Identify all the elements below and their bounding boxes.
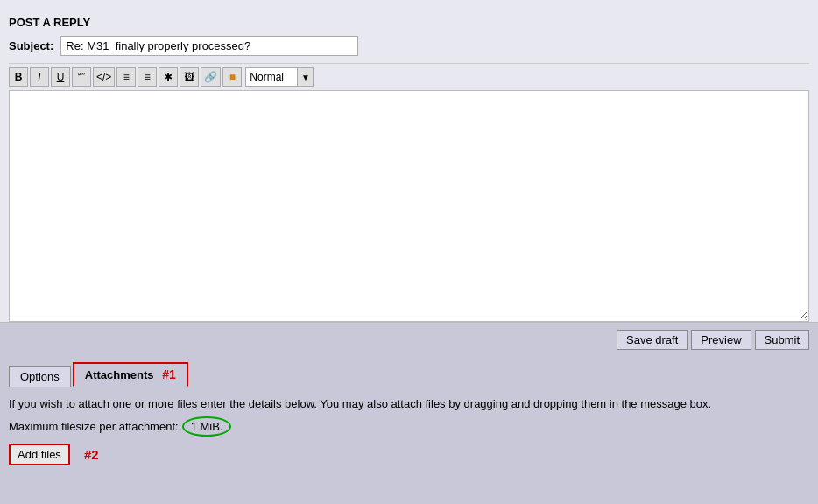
special-button[interactable]: ✱ <box>159 67 178 87</box>
max-size-row: Maximum filesize per attachment: 1 MiB. <box>9 416 809 437</box>
save-draft-button[interactable]: Save draft <box>617 330 688 350</box>
format-label[interactable]: Normal <box>245 67 298 87</box>
subject-label: Subject: <box>9 39 53 52</box>
image-button[interactable]: 🖼 <box>180 67 199 87</box>
list-ordered-button[interactable]: ≡ <box>116 67 136 87</box>
tab-options[interactable]: Options <box>9 366 71 387</box>
editor-textarea[interactable] <box>10 91 808 318</box>
submit-button[interactable]: Submit <box>755 330 809 350</box>
add-files-number: #2 <box>84 447 99 462</box>
quote-button[interactable]: “” <box>72 67 91 87</box>
max-size-prefix: Maximum filesize per attachment: <box>9 420 179 433</box>
format-dropdown[interactable]: ▼ <box>298 67 314 87</box>
tabs-row: Options Attachments #1 <box>0 357 818 387</box>
tab-attachments[interactable]: Attachments #1 <box>73 362 188 387</box>
color-button[interactable]: ■ <box>222 67 242 87</box>
tab-attachments-number: #1 <box>162 368 176 382</box>
list-unordered-button[interactable]: ≡ <box>138 67 157 87</box>
editor-area: ⋱ <box>9 90 809 322</box>
link-button[interactable]: 🔗 <box>201 67 221 87</box>
underline-button[interactable]: U <box>51 67 70 87</box>
add-files-button[interactable]: Add files <box>9 444 70 466</box>
page-title: POST A REPLY <box>9 9 809 36</box>
format-select-wrapper[interactable]: Normal ▼ <box>245 67 314 87</box>
code-button[interactable]: </> <box>93 67 115 87</box>
italic-button[interactable]: I <box>30 67 49 87</box>
subject-input[interactable] <box>60 36 358 56</box>
subject-row: Subject: <box>9 36 809 56</box>
bold-button[interactable]: B <box>9 67 28 87</box>
tab-options-label: Options <box>20 370 60 383</box>
actions-bar: Save draft Preview Submit <box>0 322 818 357</box>
toolbar: B I U “” </> ≡ ≡ ✱ 🖼 🔗 ■ Normal ▼ <box>9 63 809 90</box>
max-size-badge: 1 MiB. <box>182 416 232 437</box>
attachments-section: If you wish to attach one or more files … <box>0 387 818 474</box>
tab-attachments-label: Attachments <box>85 368 154 382</box>
resize-handle: ⋱ <box>799 312 807 320</box>
attach-info: If you wish to attach one or more files … <box>9 396 809 413</box>
preview-button[interactable]: Preview <box>691 330 751 350</box>
add-files-row: Add files #2 <box>9 444 809 466</box>
